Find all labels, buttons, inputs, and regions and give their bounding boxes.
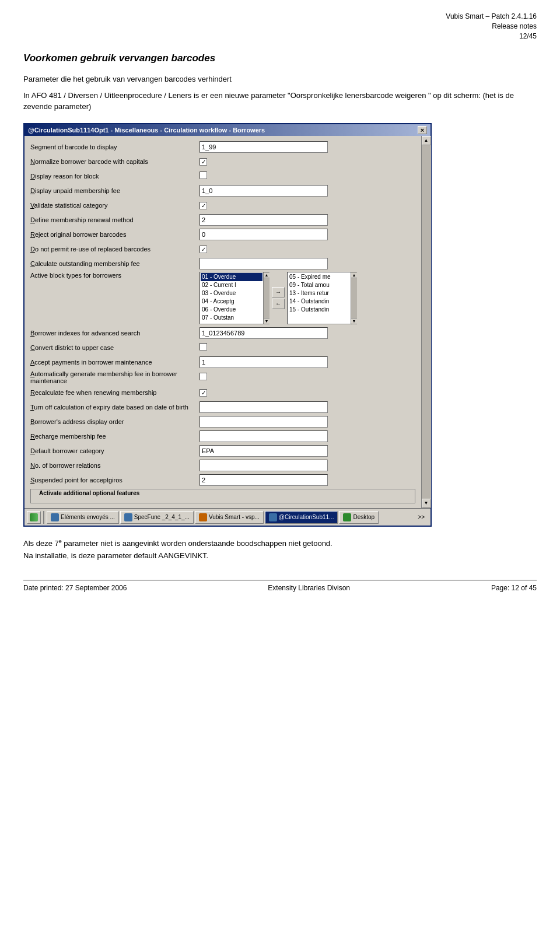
dialog-row: Borrower's address display order xyxy=(30,415,415,428)
list-item[interactable]: 09 - Total amou xyxy=(288,281,350,289)
dialog-row: Automatically generate membership fee in… xyxy=(30,370,415,384)
dialog-row: Recalculate fee when renewing membership xyxy=(30,386,415,399)
field-value[interactable] xyxy=(200,157,415,166)
footer: Date printed: 27 September 2006 Extensit… xyxy=(23,580,537,592)
list-item[interactable]: 07 - Outstan xyxy=(201,314,262,322)
active-block-field: 01 - Overdue 02 - Current l 03 - Overdue… xyxy=(200,272,415,324)
recalculate-fee-checkbox[interactable] xyxy=(200,389,207,397)
turnoff-calc-input[interactable] xyxy=(200,401,328,413)
field-value[interactable] xyxy=(200,401,415,413)
borrower-indexes-input[interactable] xyxy=(200,327,328,339)
dialog-body: Segment of barcode to display Normalize … xyxy=(24,136,421,508)
list-item[interactable]: 13 - Items retur xyxy=(288,289,350,297)
unpaid-fee-input[interactable] xyxy=(200,185,328,197)
validate-statistical-checkbox[interactable] xyxy=(200,202,207,209)
field-value[interactable] xyxy=(200,388,415,397)
taskbar-elements-icon xyxy=(51,513,59,521)
scroll-up-button[interactable]: ▲ xyxy=(422,136,431,145)
taskbar-button-elements[interactable]: Eléments envoyés ... xyxy=(47,511,119,524)
address-display-input[interactable] xyxy=(200,416,328,428)
suspended-point-input[interactable] xyxy=(200,474,328,486)
section-title: Voorkomen gebruik vervangen barcodes xyxy=(23,52,537,64)
move-right-button[interactable]: → xyxy=(272,287,285,297)
block-types-listbox-right[interactable]: 05 - Expired me 09 - Total amou 13 - Ite… xyxy=(287,272,351,324)
dialog-titlebar: @CirculationSub1114Opt1 - Miscellaneous … xyxy=(24,124,430,136)
bottom-text-before: Als deze 7 xyxy=(23,539,59,548)
field-label: Default borrower category xyxy=(30,447,200,454)
field-label: Convert district to upper case xyxy=(30,344,200,351)
para2: In AFO 481 / Diversen / Uitleenprocedure… xyxy=(23,90,537,113)
active-block-label: Active block types for borrowers xyxy=(30,272,200,279)
auto-generate-checkbox[interactable] xyxy=(200,373,207,380)
segment-barcode-input[interactable] xyxy=(200,141,328,153)
taskbar-button-vubis[interactable]: Vubis Smart - vsp... xyxy=(195,511,264,524)
dialog-row: Display reason for block xyxy=(30,170,415,183)
field-label: Recalculate fee when renewing membership xyxy=(30,389,200,396)
dialog-window: @CirculationSub1114Opt1 - Miscellaneous … xyxy=(23,123,432,527)
scroll-track[interactable] xyxy=(422,145,431,499)
list-item[interactable]: 02 - Current l xyxy=(201,281,262,289)
start-icon xyxy=(30,513,38,521)
list-item[interactable]: 05 - Expired me xyxy=(288,273,350,281)
field-value[interactable] xyxy=(200,214,415,226)
taskbar-button-desktop[interactable]: Desktop xyxy=(339,511,379,524)
taskbar-button-specfunc[interactable]: SpecFunc _2_4_1_... xyxy=(120,511,194,524)
calculate-outstanding-input[interactable] xyxy=(200,258,328,269)
field-value[interactable] xyxy=(200,141,415,153)
normalize-barcode-checkbox[interactable] xyxy=(200,158,207,166)
convert-district-checkbox[interactable] xyxy=(200,343,207,351)
taskbar: Eléments envoyés ... SpecFunc _2_4_1_...… xyxy=(24,508,430,526)
default-borrower-category-input[interactable] xyxy=(200,445,328,457)
reject-barcodes-input[interactable] xyxy=(200,229,328,240)
field-label: Display unpaid membership fee xyxy=(30,187,200,194)
display-reason-checkbox[interactable] xyxy=(200,171,207,179)
field-value[interactable] xyxy=(200,460,415,471)
field-value[interactable] xyxy=(200,430,415,442)
field-label: Calculate outstanding membership fee xyxy=(30,260,200,267)
footer-left: Date printed: 27 September 2006 xyxy=(23,584,127,592)
field-value[interactable] xyxy=(200,445,415,457)
taskbar-button-label: Vubis Smart - vsp... xyxy=(209,514,260,520)
field-value[interactable] xyxy=(200,229,415,240)
field-value[interactable] xyxy=(200,201,415,209)
footer-center: Extensity Libraries Divison xyxy=(268,584,350,592)
field-value[interactable] xyxy=(200,356,415,368)
taskbar-button-label: Desktop xyxy=(353,514,374,520)
field-label: Recharge membership fee xyxy=(30,433,200,440)
borrower-relations-input[interactable] xyxy=(200,460,328,471)
list-item[interactable]: 03 - Overdue xyxy=(201,289,262,297)
membership-renewal-input[interactable] xyxy=(200,214,328,226)
field-value[interactable] xyxy=(200,258,415,269)
list-item[interactable]: 06 - Overdue xyxy=(201,306,262,314)
list-item[interactable]: 01 - Overdue xyxy=(201,273,262,281)
field-value[interactable] xyxy=(200,416,415,428)
header-line1: Vubis Smart – Patch 2.4.1.16 xyxy=(23,12,537,22)
accept-payments-input[interactable] xyxy=(200,356,328,368)
recharge-membership-input[interactable] xyxy=(200,430,328,442)
field-value[interactable] xyxy=(200,244,415,253)
field-value[interactable] xyxy=(200,343,415,352)
field-value[interactable] xyxy=(200,171,415,181)
field-label: No. of borrower relations xyxy=(30,462,200,469)
field-value[interactable] xyxy=(200,373,415,382)
scroll-down-button[interactable]: ▼ xyxy=(422,499,431,508)
move-left-button[interactable]: ← xyxy=(272,299,285,309)
bottom-text: Als deze 7e parameter niet is aangevinkt… xyxy=(23,537,537,562)
list-item[interactable]: 14 - Outstandin xyxy=(288,297,350,306)
list-item[interactable]: 15 - Outstandin xyxy=(288,306,350,314)
dialog-row: Do not permit re-use of replaced barcode… xyxy=(30,243,415,255)
no-reuse-checkbox[interactable] xyxy=(200,246,207,253)
taskbar-button-circulation[interactable]: @CirculationSub11... xyxy=(265,511,338,524)
taskbar-specfunc-icon xyxy=(124,513,132,521)
block-types-listbox-left[interactable]: 01 - Overdue 02 - Current l 03 - Overdue… xyxy=(200,272,264,324)
field-value[interactable] xyxy=(200,185,415,197)
list-item[interactable]: 04 - Acceptg xyxy=(201,297,262,306)
start-button[interactable] xyxy=(27,511,41,524)
field-label: Normalize borrower barcode with capitals xyxy=(30,158,200,165)
close-button[interactable]: × xyxy=(418,126,427,134)
listbox-arrows: → ← xyxy=(272,287,285,309)
header-line3: 12/45 xyxy=(23,31,537,41)
field-value[interactable] xyxy=(200,474,415,486)
dialog-scrollbar[interactable]: ▲ ▼ xyxy=(421,136,430,508)
field-value[interactable] xyxy=(200,327,415,339)
